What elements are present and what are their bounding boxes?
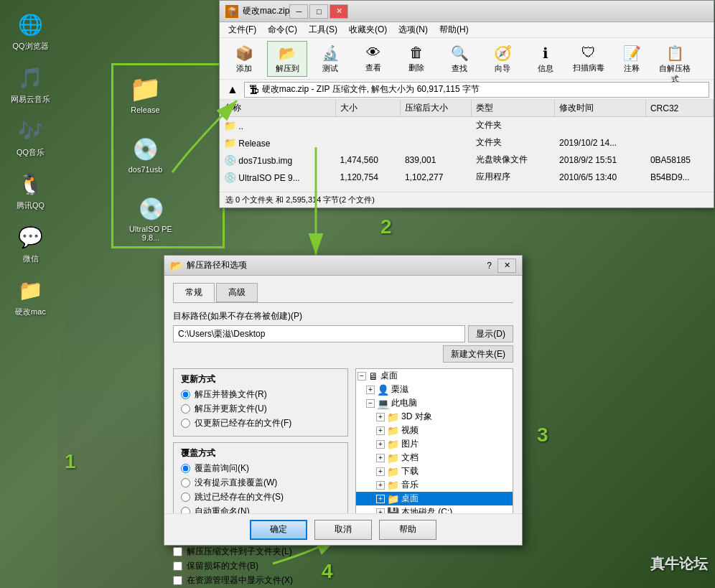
- winrar-addressbar: ▲ 🗜 硬改mac.zip - ZIP 压缩文件, 解包大小为 60,917,1…: [220, 80, 714, 100]
- update-radio-0[interactable]: [181, 390, 190, 399]
- sidebar-item-gaomian[interactable]: 📁 硬改mac: [7, 273, 54, 320]
- sidebar-item-qq-browser[interactable]: 🌐 QQ浏览器: [7, 7, 54, 55]
- toolbar-test[interactable]: 🔬 测试: [310, 41, 350, 77]
- toolbar-info[interactable]: ℹ 信息: [525, 41, 566, 77]
- menu-options[interactable]: 选项(N): [393, 22, 434, 37]
- overwrite-mode-group: 覆盖方式 覆盖前询问(K) 没有提示直接覆盖(W) 跳过已经存在的文件(S): [173, 442, 348, 525]
- expand-3d[interactable]: +: [376, 413, 385, 421]
- tree-item-user[interactable]: + 👤 栗滋: [356, 383, 513, 396]
- other-check-0[interactable]: [173, 547, 182, 556]
- update-option-1[interactable]: 解压并更新文件(U): [181, 403, 340, 415]
- help-button[interactable]: 帮助: [379, 520, 436, 540]
- expand-pictures[interactable]: +: [376, 440, 385, 449]
- menu-command[interactable]: 命令(C): [262, 22, 303, 37]
- table-row[interactable]: 📁 Release 文件夹 2019/10/2 14...: [220, 134, 714, 151]
- cancel-button[interactable]: 取消: [314, 520, 372, 540]
- col-name[interactable]: 名称: [220, 100, 335, 117]
- sidebar-item-qq-music[interactable]: 🎶 QQ音乐: [7, 113, 54, 161]
- overwrite-option-2[interactable]: 跳过已经存在的文件(S): [181, 491, 340, 503]
- tree-item-pictures[interactable]: + 📁 图片: [356, 437, 513, 451]
- overwrite-option-1[interactable]: 没有提示直接覆盖(W): [181, 477, 340, 489]
- other-check-2[interactable]: [173, 576, 182, 585]
- ultraiso-icon-item[interactable]: 💿 UltraISO PE 9.8...: [122, 191, 179, 245]
- expand-docs[interactable]: +: [376, 454, 385, 462]
- sidebar-item-wechat[interactable]: 💬 微信: [7, 220, 54, 267]
- expand-music[interactable]: +: [376, 481, 385, 490]
- toolbar-delete[interactable]: 🗑 删除: [396, 41, 436, 77]
- expand-video[interactable]: +: [376, 426, 385, 435]
- file-compressed: 1,102,277: [400, 169, 471, 186]
- table-row[interactable]: 💿 dos71usb.img 1,474,560 839,001 光盘映像文件 …: [220, 151, 714, 169]
- expand-desktop2[interactable]: +: [376, 495, 385, 503]
- table-row[interactable]: 💿 UltraISO PE 9... 1,120,754 1,102,277 应…: [220, 169, 714, 186]
- toolbar-view[interactable]: 👁 查看: [353, 41, 393, 77]
- other-option-0[interactable]: 解压压缩文件到子文件夹(L): [173, 546, 348, 558]
- release-icon: 📁: [131, 75, 160, 103]
- col-size[interactable]: 大小: [335, 100, 400, 117]
- path-input[interactable]: [173, 325, 465, 342]
- tree-item-docs[interactable]: + 📁 文档: [356, 451, 513, 465]
- expand-user[interactable]: +: [366, 386, 375, 394]
- tree-item-video[interactable]: + 📁 视频: [356, 424, 513, 437]
- other-label-1: 保留损坏的文件(B): [187, 560, 258, 572]
- file-crc: [645, 117, 713, 134]
- sidebar-item-netease[interactable]: 🎵 网易云音乐: [7, 60, 54, 108]
- toolbar-find[interactable]: 🔍 查找: [439, 41, 480, 77]
- tree-item-music[interactable]: + 📁 音乐: [356, 478, 513, 492]
- nav-up[interactable]: ▲: [224, 82, 241, 98]
- toolbar-comment[interactable]: 📝 注释: [612, 41, 652, 77]
- toolbar-add[interactable]: 📦 添加: [224, 41, 264, 77]
- menu-favorites[interactable]: 收藏夹(O): [343, 22, 393, 37]
- col-type[interactable]: 类型: [472, 100, 555, 117]
- overwrite-option-0[interactable]: 覆盖前询问(K): [181, 462, 340, 475]
- menu-file[interactable]: 文件(F): [223, 22, 262, 37]
- expand-desktop[interactable]: −: [358, 372, 366, 381]
- show-button[interactable]: 显示(D): [468, 325, 513, 342]
- ok-button[interactable]: 确定: [250, 520, 307, 540]
- folder-tree[interactable]: − 🖥 桌面 + 👤 栗滋 − 💻 此电脑: [355, 368, 513, 533]
- maximize-button[interactable]: □: [309, 4, 328, 19]
- toolbar-sfx[interactable]: 📋 自解压格式: [655, 41, 695, 77]
- overwrite-radio-1[interactable]: [181, 478, 190, 487]
- col-compressed[interactable]: 压缩后大小: [400, 100, 471, 117]
- tree-item-downloads[interactable]: + 📁 下载: [356, 465, 513, 478]
- netease-icon: 🎵: [17, 63, 45, 92]
- dos71usb-icon-item[interactable]: 💿 dos71usb: [122, 131, 169, 177]
- other-option-1[interactable]: 保留损坏的文件(B): [173, 560, 348, 572]
- new-folder-button[interactable]: 新建文件夹(E): [443, 345, 513, 363]
- release-folder-icon[interactable]: 📁 Release: [122, 72, 169, 117]
- overwrite-radio-2[interactable]: [181, 493, 190, 502]
- qq-browser-icon: 🌐: [17, 10, 45, 39]
- address-field[interactable]: 🗜 硬改mac.zip - ZIP 压缩文件, 解包大小为 60,917,115…: [244, 82, 709, 98]
- tree-item-3d[interactable]: + 📁 3D 对象: [356, 410, 513, 424]
- minimize-button[interactable]: ─: [289, 4, 308, 19]
- other-check-1[interactable]: [173, 561, 182, 571]
- tree-item-desktop-selected[interactable]: + 📁 桌面: [356, 492, 513, 505]
- tree-item-pc[interactable]: − 💻 此电脑: [356, 396, 513, 410]
- col-crc[interactable]: CRC32: [645, 100, 713, 117]
- menu-tools[interactable]: 工具(S): [303, 22, 343, 37]
- update-option-0[interactable]: 解压并替换文件(R): [181, 388, 340, 401]
- dialog-help-btn[interactable]: ?: [487, 261, 492, 271]
- toolbar-wizard[interactable]: 🧭 向导: [482, 41, 523, 77]
- sidebar-item-tencent-qq[interactable]: 🐧 腾讯QQ: [7, 167, 54, 214]
- toolbar-scan[interactable]: 🛡 扫描病毒: [569, 41, 609, 77]
- update-option-2[interactable]: 仅更新已经存在的文件(F): [181, 417, 340, 429]
- dialog-close-btn[interactable]: ✕: [497, 258, 516, 273]
- expand-pc[interactable]: −: [366, 399, 375, 408]
- menu-help[interactable]: 帮助(H): [434, 22, 475, 37]
- other-option-2[interactable]: 在资源管理器中显示文件(X): [173, 574, 348, 587]
- table-row[interactable]: 📁 .. 文件夹: [220, 117, 714, 134]
- tab-general[interactable]: 常规: [173, 283, 215, 302]
- update-radio-2[interactable]: [181, 419, 190, 428]
- overwrite-radio-0[interactable]: [181, 464, 190, 473]
- expand-downloads[interactable]: +: [376, 467, 385, 476]
- toolbar-extract[interactable]: 📂 解压到: [267, 41, 307, 77]
- winrar-title-text: 硬改mac.zip: [243, 5, 289, 17]
- tree-item-desktop[interactable]: − 🖥 桌面: [356, 369, 513, 383]
- file-table: 名称 大小 压缩后大小 类型 修改时间 CRC32 📁 .. 文件夹: [220, 100, 714, 186]
- col-modified[interactable]: 修改时间: [555, 100, 646, 117]
- tab-advanced[interactable]: 高级: [216, 283, 258, 302]
- update-radio-1[interactable]: [181, 404, 190, 414]
- close-button[interactable]: ✕: [330, 4, 348, 19]
